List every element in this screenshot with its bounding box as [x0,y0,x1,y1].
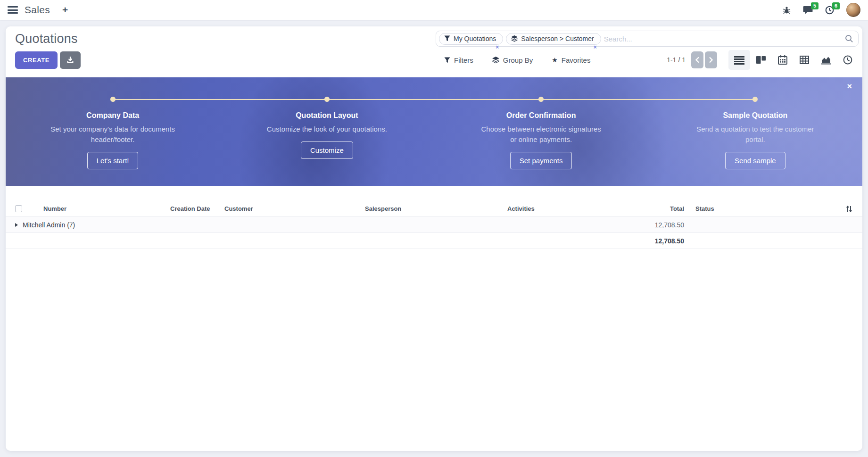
apps-menu-icon[interactable] [8,6,18,14]
messages-icon[interactable]: 5 [803,6,813,15]
activities-clock-icon[interactable]: 6 [825,6,834,15]
step-description: Customize the look of your quotations. [265,124,389,134]
view-pivot-button[interactable] [794,50,815,70]
list-header-row: Number Creation Date Customer Salesperso… [6,201,862,217]
pager-next-button[interactable] [705,51,717,68]
messages-badge: 5 [811,2,818,9]
chevron-right-icon [709,57,713,63]
favorites-label: Favorites [562,56,591,64]
customize-button[interactable]: Customize [301,141,353,159]
list-footer-row: 12,708.50 [6,233,862,249]
group-by-label: Group By [503,56,533,64]
group-by-menu[interactable]: Group By [492,56,533,64]
chevron-left-icon [695,57,700,63]
view-list-button[interactable] [728,50,750,70]
debug-bug-icon[interactable] [783,6,791,14]
onboarding-banner: × Company Data Set your company's data f… [6,77,862,186]
create-button[interactable]: CREATE [15,51,58,69]
onboarding-step-sample-quotation: Sample Quotation Send a quotation to tes… [648,77,862,186]
step-dot [752,97,758,102]
facet-remove-icon[interactable]: × [496,44,499,50]
onboarding-step-company-data: Company Data Set your company's data for… [6,77,220,186]
column-header-customer[interactable]: Customer [224,205,365,212]
view-graph-button[interactable] [815,50,837,70]
step-title: Order Confirmation [434,111,648,120]
graph-view-icon [821,55,831,65]
layers-icon [511,35,518,42]
step-description: Send a quotation to test the customer po… [693,124,818,145]
star-icon: ★ [552,57,558,63]
step-dot [324,97,330,102]
search-facet-my-quotations[interactable]: My Quotations × [439,33,503,45]
pager-previous-button[interactable] [691,51,703,68]
column-header-creation-date[interactable]: Creation Date [170,205,224,212]
search-input[interactable] [604,35,845,43]
user-avatar[interactable] [846,3,860,17]
select-all-checkbox[interactable] [15,205,22,212]
group-label: Mitchell Admin (7) [23,221,75,229]
group-total: 12,708.50 [622,221,684,229]
kanban-view-icon [756,55,766,65]
filters-label: Filters [454,56,473,64]
layers-icon [492,57,499,64]
view-kanban-button[interactable] [750,50,772,70]
step-title: Company Data [6,111,220,120]
download-icon [66,56,74,64]
column-header-total[interactable]: Total [622,205,684,212]
search-bar[interactable]: My Quotations × Salesperson > Customer × [436,31,859,47]
column-header-status[interactable]: Status [684,205,836,212]
send-sample-button[interactable]: Send sample [725,152,785,169]
optional-columns-icon[interactable] [836,205,862,213]
footer-total: 12,708.50 [622,237,684,245]
step-dot [110,97,116,102]
top-navbar: Sales + 5 6 [0,0,868,20]
onboarding-step-order-confirmation: Order Confirmation Choose between electr… [434,77,648,186]
quotations-list: Number Creation Date Customer Salesperso… [6,201,862,249]
step-title: Quotation Layout [220,111,434,120]
onboarding-step-quotation-layout: Quotation Layout Customize the look of y… [220,77,434,186]
page-title: Quotations [15,31,78,46]
facet-remove-icon[interactable]: × [594,44,597,50]
step-description: Choose between electronic signatures or … [479,124,603,145]
favorites-menu[interactable]: ★ Favorites [552,56,590,64]
pager-counter: 1-1 / 1 [667,56,686,64]
filters-menu[interactable]: Filters [444,56,473,64]
view-activity-button[interactable] [837,50,859,70]
content-card: Quotations My Quotations × Salesperson >… [6,26,862,451]
facet-label: Salesperson > Customer [521,35,594,42]
export-button[interactable] [60,51,81,69]
list-view-icon [734,55,744,65]
search-icon[interactable] [845,34,853,43]
column-header-activities[interactable]: Activities [507,205,622,212]
filter-icon [444,35,450,42]
lets-start-button[interactable]: Let's start! [87,152,139,169]
activity-view-icon [843,55,853,65]
app-name[interactable]: Sales [25,4,50,16]
facet-label: My Quotations [454,35,496,42]
pivot-view-icon [799,55,810,65]
step-title: Sample Quotation [648,111,862,120]
step-dot [538,97,544,102]
column-header-salesperson[interactable]: Salesperson [365,205,507,212]
filter-icon [444,57,450,63]
view-switcher [728,50,859,70]
caret-right-icon [15,223,18,227]
view-calendar-button[interactable] [772,50,794,70]
calendar-view-icon [777,55,788,65]
group-row-mitchell-admin[interactable]: Mitchell Admin (7) 12,708.50 [6,217,862,233]
column-header-number[interactable]: Number [38,205,170,212]
activities-badge: 6 [832,2,840,9]
step-description: Set your company's data for documents he… [50,124,175,145]
set-payments-button[interactable]: Set payments [510,152,572,169]
search-facet-groupby[interactable]: Salesperson > Customer × [506,33,601,45]
plus-icon[interactable]: + [62,4,68,16]
